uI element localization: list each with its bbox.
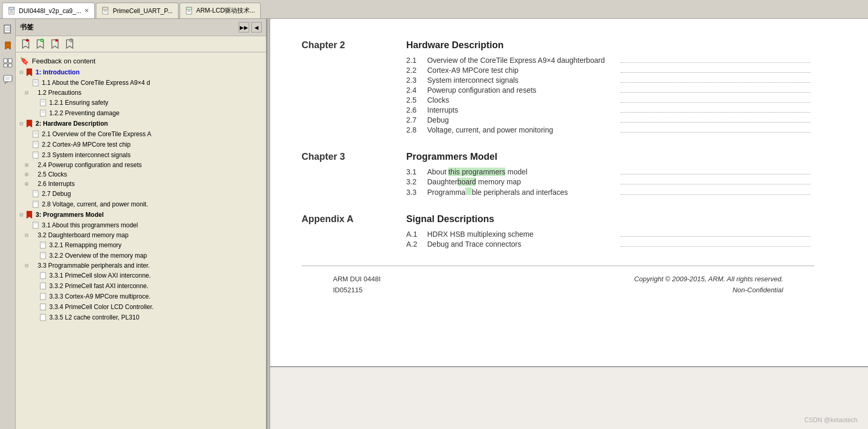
- expander-intro[interactable]: ⊟: [18, 69, 25, 76]
- tree-item-3-3-1[interactable]: 3.3.1 PrimeCell slow AXI interconne.: [16, 270, 266, 281]
- toc-entry-2-2[interactable]: 2.2 Cortex-A9 MPCore test chip: [406, 66, 815, 74]
- tree-item-3-3-3[interactable]: 3.3.3 Cortex-A9 MPCore multiproce.: [16, 291, 266, 302]
- svg-rect-65: [40, 304, 46, 310]
- footer-issue-id: ID052115: [333, 285, 381, 296]
- bookmark-icon-prog: [25, 211, 34, 219]
- expander-3-2[interactable]: ⊟: [23, 232, 30, 239]
- tree-item-3-2-2[interactable]: 3.2.2 Overview of the memory map: [16, 250, 266, 261]
- tree-label-1-2: 1.2 Precautions: [38, 89, 81, 96]
- toc-entry-3-3[interactable]: 3.3 Programmable peripherals and interfa…: [406, 188, 815, 196]
- tree-item-2-8[interactable]: 2.8 Voltage, current, and power monit.: [16, 199, 266, 210]
- toc-entry-2-8[interactable]: 2.8 Voltage, current, and power monitori…: [406, 126, 815, 134]
- page-icon-2-1: [31, 130, 40, 138]
- tree-item-2-3[interactable]: 2.3 System interconnect signals: [16, 150, 266, 160]
- svg-rect-19: [4, 64, 7, 67]
- tree-item-2-7[interactable]: 2.7 Debug: [16, 189, 266, 199]
- tree-item-3-2-1[interactable]: 3.2.1 Remapping memory: [16, 240, 266, 250]
- tree-item-3-3[interactable]: ⊟ 3.3 Programmable peripherals and inter…: [16, 261, 266, 270]
- tree-item-3-3-5[interactable]: 3.3.5 L2 cache controller, PL310: [16, 312, 266, 323]
- feedback-bookmark-icon: 🔖: [20, 57, 29, 65]
- tab-bar: DUI0448I_v2p_ca9_... ✕ PrimeCell_UART_P.…: [0, 0, 868, 19]
- highlight-this: this p: [448, 168, 465, 176]
- sidebar-expand-btn[interactable]: ▶▶: [239, 22, 249, 32]
- toc-entry-2-1[interactable]: 2.1 Overview of the CoreTile Express A9×…: [406, 56, 815, 64]
- toolbar-bookmark-action[interactable]: [35, 38, 46, 50]
- tree-label-prog: 3: Programmers Model: [36, 211, 104, 218]
- page-icon-3-2-1: [39, 241, 47, 249]
- toolbar-delete-bookmark[interactable]: [49, 38, 61, 50]
- expander-prog[interactable]: ⊟: [18, 211, 25, 218]
- chapter2-label: Chapter 2: [302, 40, 385, 136]
- tree-item-1-1[interactable]: 1.1 About the CoreTile Express A9×4 d: [16, 78, 266, 88]
- toc-entry-2-4[interactable]: 2.4 Powerup configuration and resets: [406, 86, 815, 94]
- left-icon-chat[interactable]: [2, 73, 14, 86]
- toolbar-properties[interactable]: [64, 38, 75, 50]
- tree-item-1-2-2[interactable]: 1.2.2 Preventing damage: [16, 108, 266, 118]
- feedback-label: Feedback on content: [32, 57, 95, 65]
- tree-item-2-2[interactable]: 2.2 Cortex-A9 MPCore test chip: [16, 139, 266, 150]
- tree-item-2-4[interactable]: ⊞ 2.4 Powerup configuration and resets: [16, 160, 266, 170]
- toc-entry-A-1[interactable]: A.1 HDRX HSB multiplexing scheme: [406, 230, 815, 238]
- svg-rect-62: [40, 272, 46, 279]
- tree-item-3-2[interactable]: ⊟ 3.2 Daughterboard memory map: [16, 230, 266, 240]
- page-footer: ARM DUI 0448I ID052115 Copyright © 2009-…: [302, 266, 815, 304]
- tree-item-1-2-1[interactable]: 1.2.1 Ensuring safety: [16, 97, 266, 108]
- toc-entry-3-2[interactable]: 3.2 Daughterboard memory map: [406, 178, 815, 186]
- feedback-item[interactable]: 🔖 Feedback on content: [16, 54, 266, 67]
- tab-1[interactable]: DUI0448I_v2p_ca9_... ✕: [2, 3, 95, 18]
- tree-label-3-3: 3.3 Programmable peripherals and inter.: [38, 262, 150, 269]
- tree-item-1-2[interactable]: ⊟ 1.2 Precautions: [16, 88, 266, 97]
- expander-2-6[interactable]: ⊞: [23, 180, 30, 188]
- toc-entry-2-6[interactable]: 2.6 Interrupts: [406, 106, 815, 114]
- svg-rect-58: [40, 242, 46, 248]
- expander-hw[interactable]: ⊟: [18, 120, 25, 127]
- tree-item-3-1[interactable]: 3.1 About this programmers model: [16, 220, 266, 230]
- tree-label-1-1: 1.1 About the CoreTile Express A9×4 d: [42, 79, 150, 86]
- chapter2-title: Hardware Description: [406, 40, 815, 51]
- sidebar-collapse-btn[interactable]: ◀: [251, 22, 262, 32]
- svg-rect-52: [33, 191, 38, 197]
- left-icon-thumbs[interactable]: [2, 57, 14, 69]
- toolbar-new-bookmark[interactable]: [20, 38, 31, 50]
- expander-1-2[interactable]: ⊟: [23, 89, 30, 96]
- sidebar: 书签 ▶▶ ◀: [16, 19, 267, 429]
- page-icon-1-2-1: [39, 98, 47, 107]
- tree-item-3-3-2[interactable]: 3.3.2 PrimeCell fast AXI interconne.: [16, 281, 266, 291]
- toc-entry-2-3[interactable]: 2.3 System interconnect signals: [406, 76, 815, 84]
- tree-label-2-2: 2.2 Cortex-A9 MPCore test chip: [42, 141, 130, 148]
- tree-item-hw[interactable]: ⊟ 2: Hardware Description: [16, 118, 266, 129]
- tree-item-3-3-4[interactable]: 3.3.4 PrimeCell Color LCD Controller.: [16, 302, 266, 312]
- tree-item-2-1[interactable]: 2.1 Overview of the CoreTile Express A: [16, 129, 266, 139]
- tree-label-3-3-5: 3.3.5 L2 cache controller, PL310: [49, 314, 139, 321]
- toc-entry-A-2[interactable]: A.2 Debug and Trace connectors: [406, 240, 815, 248]
- tab-1-label: DUI0448I_v2p_ca9_...: [19, 7, 81, 15]
- toc-entry-3-1[interactable]: 3.1 About this programmers model: [406, 168, 815, 176]
- toc-entry-2-7[interactable]: 2.7 Debug: [406, 116, 815, 124]
- tree-label-3-3-3: 3.3.3 Cortex-A9 MPCore multiproce.: [49, 293, 150, 300]
- page-icon-3-2-2: [39, 251, 47, 260]
- tree-item-2-5[interactable]: ⊞ 2.5 Clocks: [16, 170, 266, 179]
- footer-copyright: Copyright © 2009-2015, ARM. All rights r…: [634, 274, 783, 285]
- expander-2-5[interactable]: ⊞: [23, 171, 30, 178]
- svg-rect-20: [8, 64, 12, 67]
- tree-item-2-6[interactable]: ⊞ 2.6 Interrupts: [16, 179, 266, 189]
- toc-page: Chapter 2 Hardware Description 2.1 Overv…: [270, 19, 846, 325]
- tab-1-close[interactable]: ✕: [84, 7, 89, 14]
- expander-3-3[interactable]: ⊟: [23, 262, 30, 269]
- tab-2[interactable]: PrimeCell_UART_P...: [96, 3, 178, 18]
- svg-rect-47: [33, 141, 38, 148]
- left-icon-bookmark[interactable]: [2, 40, 14, 52]
- tree-item-intro[interactable]: ⊟ 1: Introduction: [16, 67, 266, 78]
- tree-item-prog[interactable]: ⊟ 3: Programmers Model: [16, 210, 266, 220]
- page-icon-3-1: [31, 221, 40, 229]
- tree-label-3-2-2: 3.2.2 Overview of the memory map: [49, 252, 147, 259]
- bottom-panel: CSDN @ketaotech: [270, 366, 868, 429]
- toc-entry-2-5[interactable]: 2.5 Clocks: [406, 96, 815, 104]
- tab-3[interactable]: ARM-LCD驱动技术...: [180, 3, 261, 18]
- left-icon-page[interactable]: [2, 23, 14, 36]
- tree-label-3-2: 3.2 Daughterboard memory map: [38, 232, 128, 239]
- sidebar-title: 书签: [20, 23, 34, 32]
- footer-right: Copyright © 2009-2015, ARM. All rights r…: [634, 274, 783, 296]
- sidebar-content[interactable]: 🔖 Feedback on content ⊟ 1: Introduction: [16, 52, 266, 429]
- expander-2-4[interactable]: ⊞: [23, 161, 30, 169]
